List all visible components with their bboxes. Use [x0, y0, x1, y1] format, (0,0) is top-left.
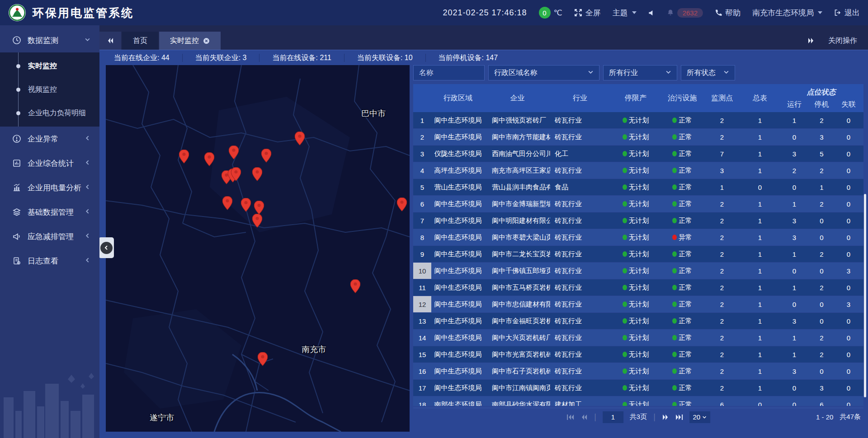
help-button[interactable]: 帮助 — [715, 8, 741, 18]
map-pin-1[interactable] — [204, 152, 215, 166]
name-search-input[interactable] — [413, 65, 485, 80]
sidebar-item-2[interactable]: 企业综合统计 — [0, 151, 99, 175]
cell-stopped: 2 — [810, 112, 834, 128]
cell-running: 3 — [779, 313, 810, 329]
table-row-6[interactable]: 6阆中生态环境局阆中市金博瑞新型墙材砖瓦行业无计划正常21120 — [413, 196, 863, 212]
column-header-0 — [413, 84, 431, 112]
page-number-input[interactable]: 1 — [603, 411, 623, 423]
notifications[interactable]: 2632 — [667, 8, 703, 18]
cell-row-number: 7 — [413, 212, 431, 229]
sidebar-subitem-0[interactable]: 实时监控 — [0, 54, 99, 78]
record-range-label: 1 - 20 — [816, 413, 833, 421]
table-row-1[interactable]: 1阆中生态环境局阆中强锐页岩砖厂砖瓦行业无计划正常21120 — [413, 112, 863, 128]
industry-select[interactable]: 所有行业 — [603, 65, 677, 80]
sound-button[interactable] — [648, 9, 655, 16]
map-pin-11[interactable] — [254, 201, 264, 215]
first-page-button[interactable] — [566, 414, 574, 420]
table-row-17[interactable]: 17阆中生态环境局阆中市江南镇阆南页岩砖瓦行业无计划正常21030 — [413, 380, 863, 396]
last-page-button[interactable] — [675, 414, 683, 420]
previous-page-button[interactable] — [580, 414, 588, 420]
map-collapse-button[interactable] — [99, 237, 114, 258]
map-pin-10[interactable] — [241, 198, 251, 212]
cell-total-meters: 0 — [741, 396, 779, 406]
cell-running: 1 — [779, 246, 810, 262]
table-row-18[interactable]: 18南部生态环境局南部县砂华水泥有限公建材加工无计划正常60060 — [413, 396, 863, 406]
table-row-2[interactable]: 2阆中生态环境局阆中市南方节能建材有砖瓦行业无计划正常21030 — [413, 129, 863, 145]
sidebar-item-6[interactable]: 日志查看 — [0, 249, 99, 273]
map-pin-9[interactable] — [222, 196, 233, 210]
theme-dropdown[interactable]: 主题 — [613, 8, 637, 18]
cell-offline: 0 — [834, 330, 863, 346]
scrollbar-thumb[interactable] — [864, 194, 866, 397]
table-row-16[interactable]: 16阆中生态环境局阆中市石子页岩机砖厂砖瓦行业无计划正常21300 — [413, 363, 863, 379]
table-row-9[interactable]: 9阆中生态环境局阆中市二龙长宝页岩砖砖瓦行业无计划正常21120 — [413, 246, 863, 262]
map-pin-0[interactable] — [179, 150, 189, 164]
cell-production-limit: 无计划 — [610, 179, 661, 195]
table-row-12[interactable]: 12阆中生态环境局阆中市忠信建材有限公砖瓦行业无计划正常21003 — [413, 296, 863, 312]
table-row-13[interactable]: 13阆中生态环境局阆中市金福旺页岩机砖砖瓦行业无计划正常21300 — [413, 313, 863, 329]
sidebar-item-3[interactable]: 企业用电量分析 — [0, 175, 99, 200]
stat-item-4: 当前停机设备: 147 — [426, 54, 511, 62]
speaker-icon — [648, 9, 655, 16]
tab-1[interactable]: 实时监控 — [159, 32, 221, 50]
cell-region: 阆中生态环境局 — [431, 212, 485, 229]
map-pin-2[interactable] — [228, 146, 239, 160]
table-row-11[interactable]: 11阆中生态环境局阆中市五马桥页岩机砖砖瓦行业无计划正常21120 — [413, 279, 863, 296]
temperature: 0 ℃ — [539, 7, 562, 19]
table-row-15[interactable]: 15阆中生态环境局阆中市光富页岩机砖厂砖瓦行业无计划正常21120 — [413, 346, 863, 363]
table-row-4[interactable]: 4高坪生态环境局南充市高坪区王家店建砖瓦行业无计划正常31220 — [413, 162, 863, 179]
close-operations-button[interactable]: 关闭操作 — [828, 36, 857, 46]
sidebar-item-1[interactable]: 企业异常 — [0, 127, 99, 151]
table-row-8[interactable]: 8阆中生态环境局阆中市枣碧大梁山页岩砖瓦行业无计划异常21300 — [413, 229, 863, 245]
map-pin-8[interactable] — [252, 167, 262, 181]
map-pin-4[interactable] — [295, 132, 305, 146]
sidebar-item-4[interactable]: 基础数据管理 — [0, 200, 99, 224]
exit-icon — [834, 9, 841, 16]
map-pin-7[interactable] — [231, 167, 241, 181]
page-size-select[interactable]: 20 — [689, 411, 710, 423]
status-dot-icon — [623, 335, 627, 340]
chevron-left-icon — [85, 207, 90, 217]
cell-production-limit: 无计划 — [610, 129, 661, 145]
map-pin-15[interactable] — [257, 352, 268, 366]
logout-button[interactable]: 退出 — [834, 8, 860, 18]
cell-company: 阆中大兴页岩机砖厂 — [485, 330, 550, 346]
total-pages-label: 共3页 — [630, 413, 647, 421]
cell-monitor-points: 3 — [703, 162, 741, 179]
map-pin-13[interactable] — [396, 198, 407, 212]
table-row-5[interactable]: 5营山生态环境局营山县润丰肉食品有限食品无计划正常10010 — [413, 179, 863, 195]
cell-total-meters: 1 — [741, 263, 779, 279]
status-dot-icon — [623, 368, 627, 374]
table-row-14[interactable]: 14阆中生态环境局阆中大兴页岩机砖厂砖瓦行业无计划正常21120 — [413, 330, 863, 346]
cell-industry: 砖瓦行业 — [550, 330, 610, 346]
tabs-scroll-right-icon[interactable] — [807, 38, 815, 44]
sidebar-item-5[interactable]: 应急减排管理 — [0, 224, 99, 249]
cell-production-limit: 无计划 — [610, 162, 661, 179]
sidebar-subitem-2[interactable]: 企业电力负荷明细 — [0, 101, 99, 125]
region-select[interactable]: 行政区域名称 — [488, 65, 599, 80]
map-panel[interactable]: 巴中市南充市遂宁市 — [106, 65, 410, 432]
map-pin-12[interactable] — [252, 214, 262, 228]
tabs-scroll-left-button[interactable] — [99, 32, 121, 50]
cell-row-number: 10 — [413, 263, 431, 279]
cell-running: 0 — [779, 179, 810, 195]
status-dot-icon — [672, 168, 677, 173]
table-row-10[interactable]: 10阆中生态环境局阆中千佛镇五郎垭页岩砖瓦行业无计划正常21003 — [413, 263, 863, 279]
cell-offline: 0 — [834, 346, 863, 363]
status-select[interactable]: 所有状态 — [681, 65, 735, 80]
org-dropdown[interactable]: 南充市生态环境局 — [752, 8, 822, 18]
map-pin-3[interactable] — [261, 149, 272, 163]
cell-stopped: 2 — [810, 196, 834, 212]
fullscreen-button[interactable]: 全屏 — [574, 8, 601, 18]
table-row-7[interactable]: 7阆中生态环境局阆中明阳建材有限公司砖瓦行业无计划正常21300 — [413, 212, 863, 229]
map-pin-14[interactable] — [350, 279, 361, 293]
table-row-3[interactable]: 3仪陇生态环境局西南油气田分公司川中化工无计划正常71350 — [413, 146, 863, 162]
cell-total-meters: 1 — [741, 330, 779, 346]
cell-running: 1 — [779, 279, 810, 296]
next-page-button[interactable] — [662, 414, 669, 420]
cell-running: 3 — [779, 146, 810, 162]
sidebar-subitem-1[interactable]: 视频监控 — [0, 78, 99, 101]
tab-0[interactable]: 首页 — [122, 32, 158, 50]
tab-close-icon[interactable] — [203, 38, 210, 44]
sidebar-item-0[interactable]: 数据监测 — [0, 28, 99, 52]
